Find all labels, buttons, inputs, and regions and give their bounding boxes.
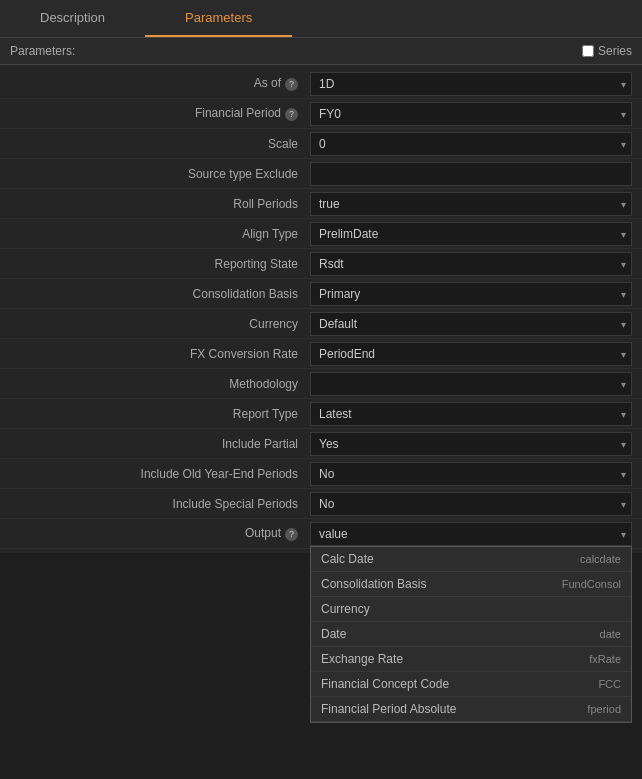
popup-item-key: fperiod [587,703,621,715]
dropdown-methodology[interactable] [310,372,632,396]
help-icon-as-of[interactable]: ? [285,78,298,91]
control-roll-periods: true▾ [310,192,632,216]
control-methodology: ▾ [310,372,632,396]
dropdown-popup-item[interactable]: Consolidation BasisFundConsolFundConsol [311,572,631,597]
label-financial-period: Financial Period? [10,106,310,121]
control-currency: Default▾ [310,312,632,336]
dropdown-wrapper-methodology: ▾ [310,372,632,396]
tab-description[interactable]: Description [0,0,145,37]
dropdown-popup-item[interactable]: Financial Period Absolutefperiod [311,697,631,722]
form-area: As of?1D▾Financial Period?FY0▾Scale0▾Sou… [0,65,642,553]
dropdown-fx-conversion-rate[interactable]: PeriodEnd [310,342,632,366]
dropdown-wrapper-as-of: 1D▾ [310,72,632,96]
dropdown-roll-periods[interactable]: true [310,192,632,216]
series-checkbox[interactable] [582,45,594,57]
popup-item-label: Currency [321,602,370,616]
label-align-type: Align Type [10,227,310,241]
label-report-type: Report Type [10,407,310,421]
params-bar: Parameters: Series [0,38,642,65]
dropdown-wrapper-include-partial: Yes▾ [310,432,632,456]
dropdown-report-type[interactable]: Latest [310,402,632,426]
popup-item-label: Consolidation Basis [321,577,426,591]
form-row-financial-period: Financial Period?FY0▾ [0,99,642,129]
form-row-as-of: As of?1D▾ [0,69,642,99]
dropdown-popup-item[interactable]: Exchange RatefxRate [311,647,631,672]
label-consolidation-basis: Consolidation Basis [10,287,310,301]
label-output: Output? [10,526,310,541]
label-roll-periods: Roll Periods [10,197,310,211]
params-label: Parameters: [10,44,582,58]
dropdown-as-of[interactable]: 1D [310,72,632,96]
dropdown-popup-item[interactable]: Datedate [311,622,631,647]
dropdown-wrapper-output: value▾Calc DatecalcdateConsolidation Bas… [310,522,632,546]
popup-item-key: fxRate [589,653,621,665]
form-row-include-old-year-end: Include Old Year-End PeriodsNo▾ [0,459,642,489]
dropdown-consolidation-basis[interactable]: Primary [310,282,632,306]
dropdown-wrapper-align-type: PrelimDate▾ [310,222,632,246]
dropdown-popup-item[interactable]: Calc Datecalcdate [311,547,631,572]
popup-item-key: date [600,628,621,640]
control-align-type: PrelimDate▾ [310,222,632,246]
form-row-reporting-state: Reporting StateRsdt▾ [0,249,642,279]
popup-item-label: Exchange Rate [321,652,403,666]
form-row-include-special-periods: Include Special PeriodsNo▾ [0,489,642,519]
control-include-special-periods: No▾ [310,492,632,516]
form-row-currency: CurrencyDefault▾ [0,309,642,339]
dropdown-currency[interactable]: Default [310,312,632,336]
dropdown-wrapper-fx-conversion-rate: PeriodEnd▾ [310,342,632,366]
popup-item-key: calcdate [580,553,621,565]
control-fx-conversion-rate: PeriodEnd▾ [310,342,632,366]
control-report-type: Latest▾ [310,402,632,426]
dropdown-wrapper-scale: 0▾ [310,132,632,156]
form-row-fx-conversion-rate: FX Conversion RatePeriodEnd▾ [0,339,642,369]
dropdown-output[interactable]: value [310,522,632,546]
form-row-methodology: Methodology▾ [0,369,642,399]
label-currency: Currency [10,317,310,331]
dropdown-include-special-periods[interactable]: No [310,492,632,516]
output-dropdown-popup: Calc DatecalcdateConsolidation BasisFund… [310,546,632,723]
dropdown-reporting-state[interactable]: Rsdt [310,252,632,276]
popup-item-label: Financial Period Absolute [321,702,456,716]
dropdown-financial-period[interactable]: FY0 [310,102,632,126]
dropdown-wrapper-financial-period: FY0▾ [310,102,632,126]
popup-item-label: Financial Concept Code [321,677,449,691]
series-checkbox-container[interactable]: Series [582,44,632,58]
dropdown-popup-item[interactable]: Currency [311,597,631,622]
popup-item-key: FundConsol [562,578,621,590]
label-scale: Scale [10,137,310,151]
dropdown-scale[interactable]: 0 [310,132,632,156]
popup-item-label: Calc Date [321,552,374,566]
dropdown-align-type[interactable]: PrelimDate [310,222,632,246]
dropdown-wrapper-reporting-state: Rsdt▾ [310,252,632,276]
form-row-include-partial: Include PartialYes▾ [0,429,642,459]
dropdown-include-partial[interactable]: Yes [310,432,632,456]
popup-item-key: FCC [598,678,621,690]
control-include-partial: Yes▾ [310,432,632,456]
label-fx-conversion-rate: FX Conversion Rate [10,347,310,361]
control-consolidation-basis: Primary▾ [310,282,632,306]
control-output: value▾Calc DatecalcdateConsolidation Bas… [310,522,632,546]
control-as-of: 1D▾ [310,72,632,96]
label-include-special-periods: Include Special Periods [10,497,310,511]
text-input-source-type-exclude[interactable] [310,162,632,186]
label-include-old-year-end: Include Old Year-End Periods [10,467,310,481]
dropdown-popup-item[interactable]: Financial Concept CodeFCC [311,672,631,697]
help-icon-financial-period[interactable]: ? [285,108,298,121]
tab-header: Description Parameters [0,0,642,38]
popup-item-label: Date [321,627,346,641]
dropdown-include-old-year-end[interactable]: No [310,462,632,486]
form-row-output: Output?value▾Calc DatecalcdateConsolidat… [0,519,642,549]
tab-parameters[interactable]: Parameters [145,0,292,37]
form-row-consolidation-basis: Consolidation BasisPrimary▾ [0,279,642,309]
form-row-scale: Scale0▾ [0,129,642,159]
label-as-of: As of? [10,76,310,91]
form-row-roll-periods: Roll Periodstrue▾ [0,189,642,219]
label-reporting-state: Reporting State [10,257,310,271]
dropdown-wrapper-currency: Default▾ [310,312,632,336]
help-icon-output[interactable]: ? [285,528,298,541]
series-label: Series [598,44,632,58]
dropdown-wrapper-include-special-periods: No▾ [310,492,632,516]
label-include-partial: Include Partial [10,437,310,451]
label-methodology: Methodology [10,377,310,391]
control-scale: 0▾ [310,132,632,156]
